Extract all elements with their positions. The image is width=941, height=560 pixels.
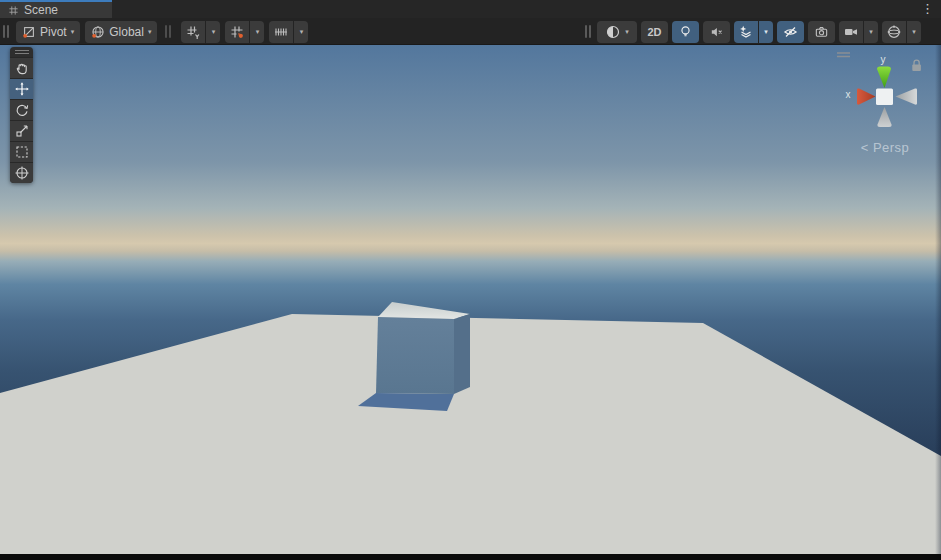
transform-tool-button[interactable] (10, 162, 33, 183)
scene-viewport[interactable]: y x < Persp (0, 45, 941, 554)
scale-icon (14, 123, 30, 139)
light-bulb-icon (678, 24, 693, 40)
tools-overlay (10, 47, 33, 183)
rect-icon (14, 144, 30, 160)
snap-increment-group: ▾ (225, 21, 264, 43)
scale-tool-button[interactable] (10, 120, 33, 141)
window-bottom-edge (0, 554, 941, 560)
chevron-down-icon: ▾ (912, 28, 916, 35)
effects-dropdown[interactable]: ▾ (759, 21, 773, 43)
gizmo-center-cube[interactable] (876, 89, 893, 106)
chevron-down-icon: ▾ (212, 28, 216, 35)
toolbar-right-group: ▾ 2D (585, 18, 921, 45)
gizmos-sphere-icon (886, 24, 902, 40)
snap-grid-icon (229, 24, 245, 40)
rotate-tool-button[interactable] (10, 99, 33, 120)
audio-muted-icon (709, 24, 724, 40)
effects-group: ▾ (734, 21, 773, 43)
scene-render (0, 45, 941, 554)
2d-toggle[interactable]: 2D (641, 21, 668, 43)
toolbar-separator (165, 25, 173, 38)
move-icon (14, 81, 30, 97)
pivot-icon (22, 25, 36, 39)
gizmo-y-axis[interactable] (877, 67, 891, 89)
gizmo-overlay-handle[interactable] (837, 53, 850, 57)
cube-front-face (376, 317, 454, 394)
gizmo-neg-x-axis[interactable] (896, 88, 918, 104)
chevron-down-icon: ▾ (300, 28, 304, 35)
gizmo-x-label: x (846, 89, 851, 100)
pivot-dropdown[interactable]: Pivot ▾ (16, 21, 80, 43)
chevron-down-icon: ▾ (625, 28, 629, 35)
grid-visibility-dropdown[interactable]: ▾ (206, 21, 220, 43)
global-label: Global (109, 25, 144, 39)
tab-bar: Scene ⋮ (0, 0, 941, 18)
scene-camera-button[interactable] (808, 21, 835, 43)
tools-overlay-handle[interactable] (10, 47, 33, 57)
orientation-gizmo-overlay: y x < Persp (825, 48, 941, 163)
camera-icon (814, 24, 829, 40)
effects-toggle[interactable] (734, 21, 758, 43)
hand-icon (14, 60, 30, 76)
persp-label: Persp (873, 140, 909, 155)
chevron-down-icon: ▾ (256, 28, 260, 35)
chevron-down-icon: ▾ (71, 28, 75, 35)
video-camera-icon (843, 24, 859, 40)
2d-label: 2D (647, 26, 661, 38)
gizmo-y-label: y (881, 54, 886, 65)
grid-y-icon (185, 24, 201, 40)
chevron-down-icon: ▾ (764, 28, 768, 35)
cube-right-face (454, 314, 470, 394)
lock-icon[interactable] (912, 60, 921, 71)
unity-scene-window: Scene ⋮ Pivot ▾ (0, 0, 941, 560)
shaded-sphere-icon (605, 24, 621, 40)
pivot-label: Pivot (40, 25, 67, 39)
scene-toolbar: Pivot ▾ Global ▾ (0, 18, 941, 45)
cube[interactable] (376, 302, 470, 394)
camera-view-group: ▾ (839, 21, 878, 43)
scene-audio-toggle[interactable] (703, 21, 730, 43)
gizmo-neg-y-axis[interactable] (877, 107, 891, 127)
transform-icon (14, 165, 30, 181)
grid-visibility-group: ▾ (181, 21, 220, 43)
window-menu-icon[interactable]: ⋮ (921, 1, 934, 17)
tab-scene[interactable]: Scene (0, 0, 112, 18)
global-dropdown[interactable]: Global ▾ (85, 21, 157, 43)
gizmos-dropdown[interactable]: ▾ (907, 21, 921, 43)
projection-toggle[interactable]: < Persp (825, 140, 941, 155)
rect-tool-button[interactable] (10, 141, 33, 162)
tab-scene-label: Scene (24, 3, 58, 17)
snap-move-group: ▾ (269, 21, 308, 43)
grid-visibility-button[interactable] (181, 21, 205, 43)
gizmos-button[interactable] (882, 21, 906, 43)
toolbar-left-group: Pivot ▾ Global ▾ (3, 18, 308, 45)
snap-increment-dropdown[interactable]: ▾ (250, 21, 264, 43)
camera-view-button[interactable] (839, 21, 863, 43)
snap-increment-button[interactable] (225, 21, 249, 43)
eye-slash-icon (783, 24, 798, 40)
persp-arrow: < (861, 140, 869, 155)
globe-icon (91, 25, 105, 39)
chevron-down-icon: ▾ (148, 28, 152, 35)
effects-sparkle-icon (738, 24, 754, 40)
ruler-icon (273, 24, 289, 40)
gizmos-group: ▾ (882, 21, 921, 43)
gizmo-x-axis[interactable] (857, 88, 876, 104)
snap-move-button[interactable] (269, 21, 293, 43)
shading-mode-dropdown[interactable]: ▾ (597, 21, 637, 43)
snap-move-dropdown[interactable]: ▾ (294, 21, 308, 43)
scene-grid-icon (8, 5, 19, 16)
chevron-down-icon: ▾ (869, 28, 873, 35)
scene-lighting-toggle[interactable] (672, 21, 699, 43)
camera-view-dropdown[interactable]: ▾ (864, 21, 878, 43)
toolbar-drag-handle[interactable] (3, 25, 11, 38)
rotate-icon (14, 102, 30, 118)
view-tool-button[interactable] (10, 57, 33, 78)
move-tool-button[interactable] (10, 78, 33, 99)
toolbar-drag-handle[interactable] (585, 25, 593, 38)
scene-visibility-toggle[interactable] (777, 21, 804, 43)
